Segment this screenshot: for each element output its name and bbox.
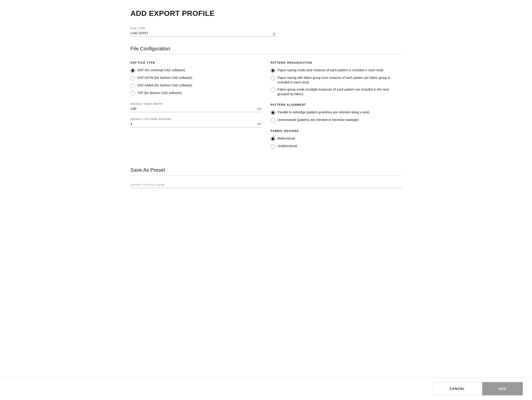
parallel-option[interactable]: Parallel to selvedge (pattern grainlines… xyxy=(271,110,402,115)
unrestrained-option[interactable]: Unrestrained (patterns are oriented to m… xyxy=(271,118,402,123)
left-column: DXF FILE TYPE DXF (for universal CAD sof… xyxy=(130,61,261,156)
paper-saving-label: Paper-saving mode (one instance of each … xyxy=(278,68,383,73)
bottom-bar: CANCEL ADD xyxy=(0,377,532,400)
fabric-group-radio[interactable] xyxy=(271,88,275,92)
fabric-group-label: Fabric-group mode (multiple instances of… xyxy=(278,87,402,96)
fabric-designs-radio-group: Bidirectional Unidirectional xyxy=(271,136,402,149)
file-type-select[interactable]: CAD (DXF) PDF SVG xyxy=(130,31,278,35)
unrestrained-label: Unrestrained (patterns are oriented to m… xyxy=(278,118,359,122)
dxf-aama-radio[interactable] xyxy=(130,84,135,88)
fabric-designs-label: FABRIC DESIGNS xyxy=(271,129,402,133)
pattern-spacing-input-row: cm xyxy=(130,122,261,127)
add-button[interactable]: ADD xyxy=(482,382,523,395)
pattern-spacing-group: DEFAULT PATTERN SPACING cm xyxy=(130,118,261,127)
fabric-group-option[interactable]: Fabric-group mode (multiple instances of… xyxy=(271,87,402,96)
dxf-aama-label: DXF AAMA (for fashion CAD software) xyxy=(137,83,192,88)
nest-width-group: DEFAULT NEST WIDTH cm xyxy=(130,103,261,112)
dxf-universal-option[interactable]: DXF (for universal CAD software) xyxy=(130,68,261,73)
paper-saving-fabric-radio[interactable] xyxy=(271,76,275,80)
dxf-astm-option[interactable]: DXF ASTM (for fashion CAD software) xyxy=(130,76,261,80)
file-type-group: FILE TYPE CAD (DXF) PDF SVG ⊙ xyxy=(130,27,402,37)
file-config-columns: DXF FILE TYPE DXF (for universal CAD sof… xyxy=(130,61,402,156)
nest-width-label: DEFAULT NEST WIDTH xyxy=(130,103,261,105)
file-config-title: File Configuration xyxy=(130,46,402,52)
unidirectional-option[interactable]: Unidirectional xyxy=(271,144,402,149)
dxf-file-type-label: DXF FILE TYPE xyxy=(130,61,261,64)
dxf-universal-label: DXF (for universal CAD software) xyxy=(137,68,185,73)
dxf-astm-label: DXF ASTM (for fashion CAD software) xyxy=(137,76,192,80)
tiip-radio[interactable] xyxy=(130,91,135,96)
file-type-select-wrapper[interactable]: CAD (DXF) PDF SVG ⊙ xyxy=(130,31,278,37)
nest-width-input-row: cm xyxy=(130,107,261,112)
unrestrained-radio[interactable] xyxy=(271,118,275,123)
nest-width-unit: cm xyxy=(257,107,261,110)
dxf-file-type-radio-group: DXF (for universal CAD software) DXF AST… xyxy=(130,68,261,96)
pattern-spacing-label: DEFAULT PATTERN SPACING xyxy=(130,118,261,121)
paper-saving-option[interactable]: Paper-saving mode (one instance of each … xyxy=(271,68,402,73)
cancel-button[interactable]: CANCEL xyxy=(433,382,481,395)
pattern-organisation-label: PATTERN ORGANISATION xyxy=(271,61,402,64)
unidirectional-label: Unidirectional xyxy=(278,144,297,148)
dxf-astm-radio[interactable] xyxy=(130,76,135,80)
pattern-alignment-radio-group: Parallel to selvedge (pattern grainlines… xyxy=(271,110,402,123)
bidirectional-radio[interactable] xyxy=(271,136,275,141)
paper-saving-radio[interactable] xyxy=(271,68,275,73)
pattern-spacing-unit: cm xyxy=(257,122,261,126)
unidirectional-radio[interactable] xyxy=(271,144,275,149)
pattern-spacing-input[interactable] xyxy=(130,122,255,126)
nest-width-input[interactable] xyxy=(130,107,255,110)
export-profile-name-input[interactable] xyxy=(130,182,402,188)
paper-saving-fabric-label: Paper-saving with fabric group (one inst… xyxy=(278,76,402,85)
right-column: PATTERN ORGANISATION Paper-saving mode (… xyxy=(271,61,402,156)
page-title: ADD EXPORT PROFILE xyxy=(130,9,402,18)
save-as-preset-divider xyxy=(130,175,402,176)
parallel-label: Parallel to selvedge (pattern grainlines… xyxy=(278,110,369,115)
tiip-label: TIIP (for fashion CAD software) xyxy=(137,91,182,95)
bidirectional-option[interactable]: Bidirectional xyxy=(271,136,402,141)
file-config-divider xyxy=(130,54,402,54)
page-container: ADD EXPORT PROFILE FILE TYPE CAD (DXF) P… xyxy=(121,0,411,400)
paper-saving-fabric-option[interactable]: Paper-saving with fabric group (one inst… xyxy=(271,76,402,85)
dxf-aama-option[interactable]: DXF AAMA (for fashion CAD software) xyxy=(130,83,261,88)
save-as-preset-title: Save As Preset xyxy=(130,167,402,173)
dxf-universal-radio[interactable] xyxy=(130,68,135,73)
bidirectional-label: Bidirectional xyxy=(278,136,295,141)
parallel-radio[interactable] xyxy=(271,110,275,115)
tiip-option[interactable]: TIIP (for fashion CAD software) xyxy=(130,91,261,96)
pattern-alignment-label: PATTERN ALIGNMENT xyxy=(271,103,402,106)
file-type-label: FILE TYPE xyxy=(130,27,402,30)
export-profile-name-group xyxy=(130,182,402,188)
pattern-organisation-radio-group: Paper-saving mode (one instance of each … xyxy=(271,68,402,96)
